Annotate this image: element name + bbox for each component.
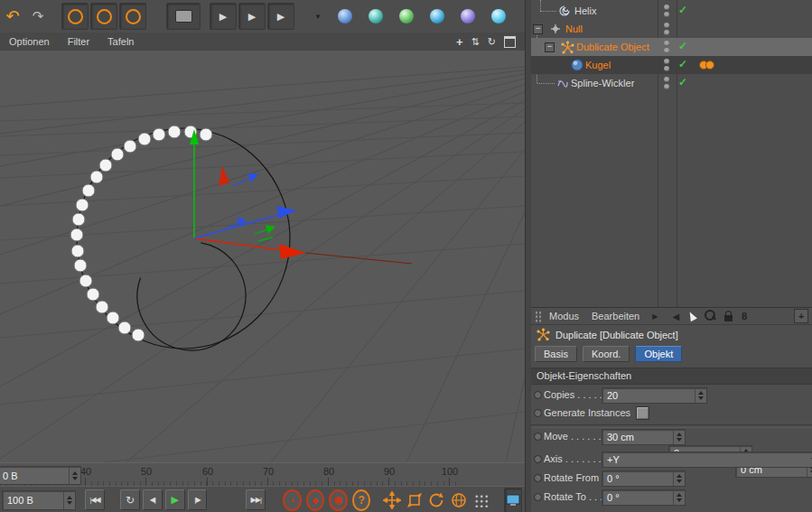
object-label[interactable]: Spline-Wickler — [571, 78, 634, 88]
tab-objekt[interactable]: Objekt — [635, 346, 682, 362]
current-frame-spinner[interactable] — [63, 491, 75, 509]
coordinate-system-icon[interactable] — [449, 489, 469, 511]
enable-check-icon[interactable]: ✓ — [678, 40, 687, 52]
magnifier-icon[interactable] — [705, 312, 715, 321]
menu-filter[interactable]: Filter — [59, 36, 98, 47]
viewport-pan-icon[interactable]: + — [456, 35, 463, 49]
spline-wrap-icon — [556, 77, 569, 91]
model-mode-icon[interactable] — [166, 3, 201, 30]
track-mode-icon[interactable]: 8 — [742, 311, 747, 321]
play-button[interactable]: ▶ — [165, 489, 185, 510]
section-objekt-eigenschaften[interactable]: Objekt-Eigenschaften — [531, 368, 812, 385]
visibility-dots[interactable] — [664, 20, 670, 38]
rotate-to-input[interactable]: 0 ° — [602, 489, 686, 506]
collapse-icon[interactable]: − — [533, 24, 543, 34]
render-settings-icon[interactable] — [471, 489, 490, 511]
previous-frame-button[interactable]: ◀| — [143, 489, 163, 510]
menu-tafeln[interactable]: Tafeln — [98, 36, 143, 47]
transport-toolbar: 100 B |◀◀ ↻ ◀| ▶ |▶ ▶▶| ● ◆ ◉ ? — [0, 486, 525, 512]
create-object-5-icon[interactable] — [457, 4, 479, 29]
create-object-2-icon[interactable] — [365, 4, 387, 29]
scale-tool-icon[interactable] — [405, 489, 425, 511]
visibility-dots[interactable] — [664, 74, 670, 92]
rotate-from-input[interactable]: 0 ° — [602, 470, 686, 487]
object-row-helix[interactable]: Helix ✓ — [531, 2, 812, 20]
viewport-maximize-icon[interactable] — [504, 36, 516, 48]
create-object-3-icon[interactable] — [396, 4, 417, 29]
history-back-icon[interactable]: ◀ — [672, 312, 679, 321]
keyframe-dot[interactable] — [534, 455, 542, 463]
move-x-spinner[interactable] — [673, 430, 685, 444]
camera-play-1-icon[interactable]: ▶ — [210, 3, 237, 30]
redo-icon[interactable]: ↷ — [27, 4, 49, 29]
timeline-ruler[interactable]: 30 40 50 60 70 80 90 100 0 B — [0, 462, 525, 488]
go-to-start-button[interactable]: |◀◀ — [85, 489, 105, 510]
axis-dropdown[interactable]: +Y — [602, 451, 812, 468]
rotate-from-spinner[interactable] — [673, 471, 685, 486]
viewport-canvas[interactable] — [0, 51, 525, 462]
object-row-spline-wickler[interactable]: Spline-Wickler ✓ — [531, 74, 812, 92]
new-panel-icon[interactable]: + — [794, 309, 808, 323]
create-object-1-icon[interactable] — [334, 4, 356, 29]
end-frame-input[interactable]: 0 B — [0, 466, 81, 485]
move-x-input[interactable]: 30 cm — [602, 429, 686, 445]
viewport-zoom-icon[interactable]: ⇅ — [471, 36, 480, 48]
next-frame-button[interactable]: |▶ — [188, 489, 208, 510]
selection-tool-3-icon[interactable] — [119, 3, 146, 30]
object-label[interactable]: Null — [565, 23, 583, 34]
menu-bearbeiten[interactable]: Bearbeiten — [592, 311, 639, 321]
tab-basis[interactable]: Basis — [535, 346, 577, 362]
copies-input[interactable]: 20 — [602, 387, 707, 404]
lock-icon[interactable] — [724, 311, 733, 321]
record-keyframe-icon[interactable]: ● — [283, 489, 302, 511]
rotate-to-spinner[interactable] — [673, 490, 685, 505]
visibility-dots[interactable] — [664, 38, 670, 56]
visibility-dots[interactable] — [664, 2, 670, 20]
object-label[interactable]: Kugel — [585, 60, 611, 70]
enable-check-icon[interactable]: ✓ — [678, 4, 687, 16]
object-label[interactable]: Helix — [574, 5, 596, 16]
menu-optionen[interactable]: Optionen — [0, 36, 59, 47]
generate-instances-checkbox[interactable] — [636, 406, 649, 420]
current-frame-input[interactable]: 100 B — [2, 490, 76, 510]
go-to-end-button[interactable]: ▶▶| — [246, 489, 266, 510]
viewport-rotate-icon[interactable]: ↻ — [488, 36, 496, 48]
pick-cursor-icon[interactable] — [688, 312, 695, 321]
enable-check-icon[interactable]: ✓ — [678, 76, 687, 88]
help-icon[interactable]: ? — [352, 489, 371, 511]
record-scale-icon[interactable]: ◆ — [306, 489, 325, 511]
object-label[interactable]: Dublicate Object — [576, 42, 649, 52]
panel-grip-icon[interactable] — [535, 311, 542, 322]
object-row-kugel[interactable]: Kugel ✓ — [531, 56, 812, 74]
end-frame-spinner[interactable] — [69, 467, 80, 484]
tick-label: 80 — [323, 466, 334, 477]
record-rotation-icon[interactable]: ◉ — [329, 489, 348, 511]
keyframe-dot[interactable] — [534, 474, 542, 482]
toolbar-dropdown-icon[interactable]: ▼ — [307, 4, 329, 29]
object-row-null[interactable]: − Null — [531, 20, 812, 38]
selection-tool-2-icon[interactable] — [90, 3, 117, 30]
enable-check-icon[interactable]: ✓ — [678, 58, 687, 70]
move-tool-icon[interactable] — [382, 489, 402, 511]
content-browser-icon[interactable] — [504, 488, 522, 512]
object-row-dublicate-object[interactable]: − Dublicate Object ✓ — [531, 38, 812, 56]
copies-spinner[interactable] — [695, 388, 706, 403]
camera-play-3-icon[interactable]: ▶ — [267, 3, 294, 30]
keyframe-dot[interactable] — [534, 409, 542, 417]
loop-playback-button[interactable]: ↻ — [120, 489, 140, 510]
tab-koord[interactable]: Koord. — [583, 346, 630, 362]
camera-play-2-icon[interactable]: ▶ — [238, 3, 266, 30]
menu-modus[interactable]: Modus — [549, 311, 579, 321]
menu-more-icon[interactable]: ▶ — [652, 312, 658, 321]
keyframe-dot[interactable] — [534, 493, 542, 501]
undo-icon[interactable]: ↶ — [2, 4, 23, 29]
generate-instances-label: Generate Instances — [544, 405, 630, 420]
selection-tool-1-icon[interactable] — [61, 3, 89, 30]
visibility-dots[interactable] — [664, 56, 670, 74]
rotate-tool-icon[interactable] — [426, 489, 446, 511]
keyframe-dot[interactable] — [534, 391, 542, 399]
create-object-4-icon[interactable] — [426, 4, 448, 29]
create-object-6-icon[interactable] — [488, 4, 509, 29]
keyframe-dot[interactable] — [534, 433, 542, 441]
collapse-icon[interactable]: − — [545, 42, 555, 52]
